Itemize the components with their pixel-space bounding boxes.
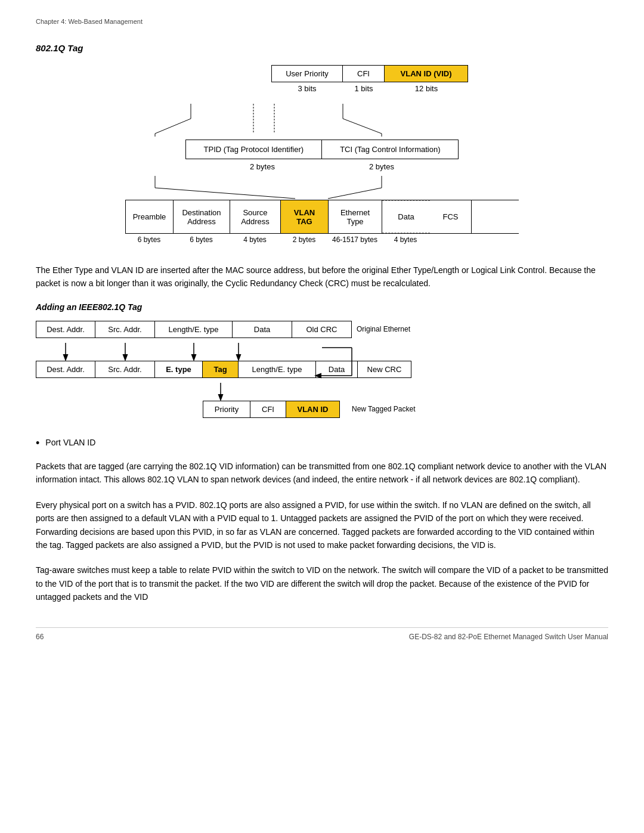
tag-down-arrow-svg xyxy=(36,383,352,401)
ieee-row1-src: Src. Addr. xyxy=(95,321,155,338)
preamble-bytes: 6 bytes xyxy=(125,234,173,246)
ieee-row3-priority: Priority xyxy=(203,401,250,418)
bullet-dot: • xyxy=(36,436,39,451)
ieee-row3-vlanid: VLAN ID xyxy=(286,401,340,418)
ieee-row1-dest: Dest. Addr. xyxy=(36,321,95,338)
src-addr-cell: SourceAddress xyxy=(230,200,281,233)
tpid-bytes: 2 bytes xyxy=(203,160,322,173)
paragraph4: Tag-aware switches must keep a table to … xyxy=(36,563,608,603)
section1-title: 802.1Q Tag xyxy=(36,43,608,53)
section2-title: Adding an IEEE802.1Q Tag xyxy=(36,302,608,312)
bottom-cells-row: Preamble DestinationAddress SourceAddres… xyxy=(125,200,519,234)
user-priority-box: User Priority xyxy=(271,65,343,82)
fcs-cell: FCS xyxy=(430,200,472,233)
chapter-header: Chapter 4: Web-Based Management xyxy=(36,18,608,25)
ieee-row2-tag: Tag xyxy=(203,361,239,378)
svg-line-1 xyxy=(155,119,191,134)
vlan-id-vid-box: VLAN ID (VID) xyxy=(385,65,468,82)
vlan-bytes: 2 bytes xyxy=(280,234,328,246)
src-bytes: 4 bytes xyxy=(230,234,280,246)
eth-bytes: 46-1517 bytes xyxy=(328,234,382,246)
vlan-tag-cell: VLAN TAG xyxy=(281,200,329,233)
ethernet-type-cell: EthernetType xyxy=(329,200,382,233)
svg-line-3 xyxy=(343,119,382,134)
bits-12: 12 bits xyxy=(385,82,468,95)
ieee-row2-wrapper: Dest. Addr. Src. Addr. E. type Tag Lengt… xyxy=(36,361,489,378)
bullet-item-port-vlan: • Port VLAN ID xyxy=(36,436,608,451)
connector-lines-svg xyxy=(125,104,519,137)
cfi-box: CFI xyxy=(343,65,385,82)
data-cell: Data xyxy=(382,200,430,233)
bullet-label: Port VLAN ID xyxy=(45,436,95,449)
tpid-box: TPID (Tag Protocol Identifier) xyxy=(185,140,323,159)
page-footer: 66 GE-DS-82 and 82-PoE Ethernet Managed … xyxy=(36,627,608,641)
ieee-row2-length: Length/E. type xyxy=(239,361,316,378)
ieee-row1: Dest. Addr. Src. Addr. Length/E. type Da… xyxy=(36,321,352,338)
ieee-row1-oldcrc: Old CRC xyxy=(292,321,352,338)
ieee-row1-wrapper: Dest. Addr. Src. Addr. Length/E. type Da… xyxy=(36,321,489,338)
chapter-header-text: Chapter 4: Web-Based Management xyxy=(36,18,143,25)
preamble-cell: Preamble xyxy=(126,200,174,233)
tag-diagram: User Priority CFI VLAN ID (VID) 3 bits 1… xyxy=(36,65,608,246)
bullet-section: • Port VLAN ID xyxy=(36,436,608,451)
dest-addr-cell: DestinationAddress xyxy=(174,200,230,233)
svg-line-9 xyxy=(155,188,295,199)
paragraph2: Packets that are tagged (are carrying th… xyxy=(36,460,608,487)
mid-bottom-lines-svg xyxy=(125,176,519,200)
dest-bytes: 6 bytes xyxy=(173,234,230,246)
fcs-bytes xyxy=(429,234,471,246)
paragraph1: The Ether Type and VLAN ID are inserted … xyxy=(36,264,608,290)
ieee-row3-wrapper: Priority CFI VLAN ID New Tagged Packet xyxy=(36,401,489,418)
new-tagged-packet-label: New Tagged Packet xyxy=(352,405,416,413)
ieee-row2-newcrc: New CRC xyxy=(358,361,411,378)
ieee-row2: Dest. Addr. Src. Addr. E. type Tag Lengt… xyxy=(36,361,411,378)
footer-text: GE-DS-82 and 82-PoE Ethernet Managed Swi… xyxy=(409,633,608,641)
svg-line-11 xyxy=(328,188,382,199)
bits-1: 1 bits xyxy=(343,82,385,95)
tci-bytes: 2 bytes xyxy=(322,160,441,173)
ieee-row2-data: Data xyxy=(316,361,358,378)
ieee-diagram: Dest. Addr. Src. Addr. Length/E. type Da… xyxy=(36,321,489,418)
bottom-bytes-row: 6 bytes 6 bytes 4 bytes 2 bytes 46-1517 … xyxy=(125,234,519,246)
ieee-row3-cfi: CFI xyxy=(250,401,286,418)
ieee-row2-dest: Dest. Addr. xyxy=(36,361,95,378)
ieee-row1-data: Data xyxy=(233,321,292,338)
tci-box: TCI (Tag Control Information) xyxy=(322,140,459,159)
ieee-row2-src: Src. Addr. xyxy=(95,361,155,378)
bits-3: 3 bits xyxy=(271,82,343,95)
page-number: 66 xyxy=(36,633,44,641)
ieee-row2-etype: E. type xyxy=(155,361,203,378)
data-bytes: 4 bytes xyxy=(382,234,429,246)
ieee-arrows-svg xyxy=(36,343,352,361)
middle-section: TPID (Tag Protocol Identifier) TCI (Tag … xyxy=(36,140,608,173)
ieee-row1-length: Length/E. type xyxy=(155,321,233,338)
original-ethernet-label: Original Ethernet xyxy=(357,325,410,333)
ieee-row3: Priority CFI VLAN ID xyxy=(203,401,340,418)
paragraph3: Every physical port on a switch has a PV… xyxy=(36,498,608,552)
